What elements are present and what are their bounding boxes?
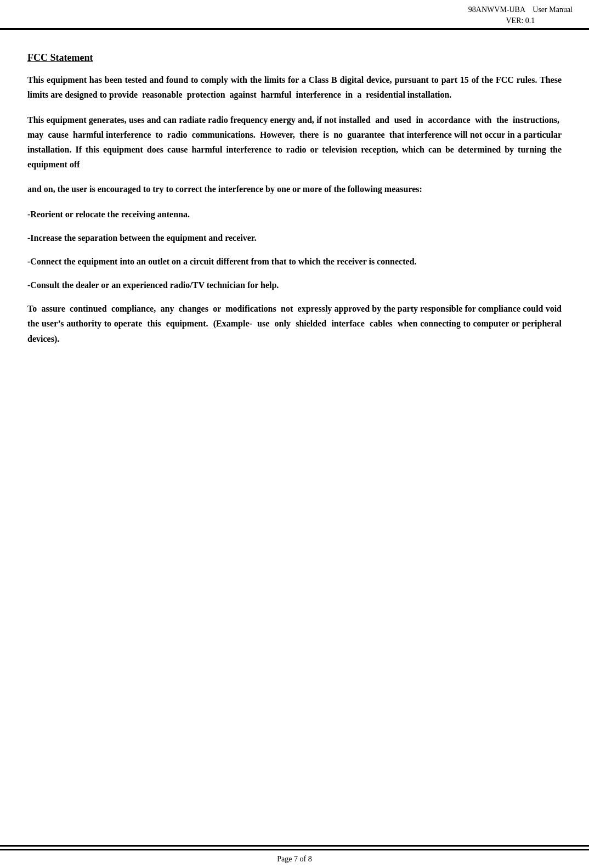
- header-version: VER: 0.1: [468, 15, 573, 26]
- indent-line3: installation.: [407, 90, 451, 99]
- list-item-4: -Consult the dealer or an experienced ra…: [27, 278, 562, 292]
- page-header: 98ANWVM-UBA User Manual VER: 0.1: [0, 0, 589, 29]
- paragraph-3: and on, the user is encouraged to try to…: [27, 182, 562, 196]
- header-product: 98ANWVM-UBA: [468, 5, 525, 14]
- p4-line3: operate this equipment. (Example- use on…: [114, 319, 418, 328]
- section-title: FCC Statement: [27, 52, 562, 64]
- paragraph-4: To assure continued compliance, any chan…: [27, 301, 562, 346]
- p3-line2: following measures:: [348, 184, 422, 194]
- header-product-doctype: 98ANWVM-UBA User Manual: [468, 4, 573, 15]
- paragraph-1: This equipment has been tested and found…: [27, 72, 562, 102]
- list-item-1: -Reorient or relocate the receiving ante…: [27, 207, 562, 222]
- indent-line2: provide reasonable protection against ha…: [109, 90, 405, 99]
- header-text: 98ANWVM-UBA User Manual VER: 0.1: [468, 4, 573, 26]
- list-item-2: -Increase the separation between the equ…: [27, 230, 562, 245]
- footer-page-number: Page 7 of 8: [0, 853, 589, 868]
- p2-line5: harmful interference to radio or televis…: [191, 145, 514, 154]
- paragraph-2: This equipment generates, uses and can r…: [27, 112, 562, 172]
- page-footer: Page 7 of 8: [0, 845, 589, 868]
- header-doctype: User Manual: [533, 5, 573, 14]
- li3-line2: receiver is connected.: [337, 257, 417, 266]
- p2-line3: interference to radio communications. Ho…: [106, 130, 404, 139]
- main-content: FCC Statement This equipment has been te…: [0, 30, 589, 389]
- footer-divider-bottom: [0, 849, 589, 850]
- footer-divider-top: [0, 845, 589, 847]
- list-item-3: -Connect the equipment into an outlet on…: [27, 254, 562, 269]
- page-container: 98ANWVM-UBA User Manual VER: 0.1 FCC Sta…: [0, 0, 589, 868]
